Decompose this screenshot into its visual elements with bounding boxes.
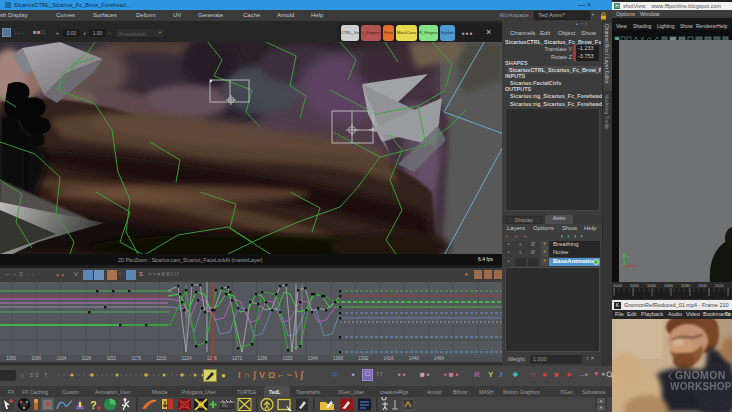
svg-text:y: y	[627, 254, 629, 259]
svg-text:?: ?	[90, 399, 97, 411]
svg-text:WORKSHOP: WORKSHOP	[670, 381, 732, 392]
svg-text:GNOMON: GNOMON	[675, 369, 726, 381]
